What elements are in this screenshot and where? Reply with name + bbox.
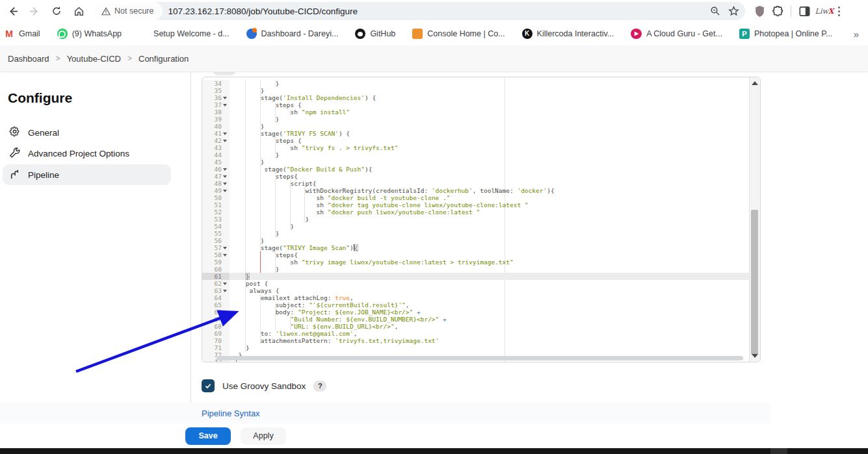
back-icon[interactable]: [3, 1, 22, 21]
line-number[interactable]: 65: [202, 301, 230, 309]
editor-horizontal-scrollbar[interactable]: [217, 356, 743, 360]
editor-vertical-scrollbar[interactable]: [749, 77, 760, 362]
code-line[interactable]: 50 sh "docker build -t youtube-clone .": [202, 194, 749, 201]
bookmark-acloudguru[interactable]: ▶A Cloud Guru - Get...: [631, 29, 722, 39]
code-line[interactable]: 59 sh "trivy image liwox/youtube-clone:l…: [202, 259, 749, 266]
breadcrumb-item-youtube-cicd[interactable]: Youtube-CICD: [67, 54, 121, 64]
side-panel-icon[interactable]: [795, 2, 813, 20]
code-line[interactable]: 51 sh "docker tag youtube-clone liwox/yo…: [202, 201, 749, 208]
code-line[interactable]: 41 stage('TRIVY FS SCAN') {: [202, 130, 749, 137]
code-line[interactable]: 66 body: "Project: ${env.JOB_NAME}<br/>"…: [202, 309, 749, 316]
fold-toggle-icon[interactable]: [222, 173, 228, 180]
groovy-sandbox-checkbox[interactable]: [202, 379, 215, 392]
line-number[interactable]: 51: [202, 201, 230, 208]
refresh-icon[interactable]: [47, 1, 66, 21]
code-line[interactable]: 61 }: [202, 273, 749, 280]
code-line[interactable]: 65 subject: "'${currentBuild.result}'",: [202, 301, 749, 309]
shield-extension-icon[interactable]: [750, 2, 769, 20]
code-line[interactable]: 37 steps {: [202, 101, 749, 108]
line-number[interactable]: 68: [202, 323, 230, 330]
code-line[interactable]: 68 "URL: ${env.BUILD_URL}<br/>",: [202, 323, 749, 330]
code-line[interactable]: 36 stage('Install Dependencies') {: [202, 94, 749, 101]
scrollbar-thumb[interactable]: [751, 210, 758, 355]
bookmark-gmail[interactable]: MGmail: [4, 29, 40, 39]
code-line[interactable]: 34 }: [202, 80, 749, 87]
code-line[interactable]: 63 always {: [202, 287, 749, 294]
line-number[interactable]: 49: [202, 187, 230, 194]
code-line[interactable]: 38 sh "npm install": [202, 108, 749, 116]
line-number[interactable]: 41: [202, 130, 230, 137]
code-area[interactable]: 34 }35 }36 stage('Install Dependencies')…: [202, 77, 749, 362]
sidebar-item-general[interactable]: General: [3, 123, 171, 142]
code-line[interactable]: 49 withDockerRegistry(credentialsId: 'do…: [202, 187, 749, 194]
bookmark-star-icon[interactable]: [724, 2, 743, 20]
line-number[interactable]: 54: [202, 223, 230, 230]
line-number[interactable]: 47: [202, 173, 230, 180]
code-line[interactable]: 70 attachmentsPattern: 'trivyfs.txt,triv…: [202, 337, 749, 344]
url-text[interactable]: 107.23.162.17:8080/job/Youtube-CICD/conf…: [168, 6, 706, 16]
code-line[interactable]: 39 }: [202, 116, 749, 123]
fold-toggle-icon[interactable]: [222, 280, 228, 287]
bookmark-whatsapp[interactable]: (9) WhatsApp: [57, 29, 122, 39]
line-number[interactable]: 40: [202, 123, 230, 130]
code-line[interactable]: 71 }: [202, 344, 749, 351]
code-line[interactable]: 58 steps{: [202, 251, 749, 259]
code-line[interactable]: 44 }: [202, 151, 749, 158]
code-line[interactable]: 35 }: [202, 87, 749, 94]
fold-toggle-icon[interactable]: [222, 101, 228, 108]
bookmark-slack[interactable]: Setup Welcome - d...: [138, 29, 230, 39]
line-number[interactable]: 70: [202, 337, 230, 344]
line-number[interactable]: 36: [202, 94, 230, 101]
scroll-down-icon[interactable]: [752, 354, 758, 358]
not-secure-chip[interactable]: Not secure: [95, 2, 163, 20]
line-number[interactable]: 42: [202, 137, 230, 144]
line-number[interactable]: 61: [202, 273, 230, 280]
line-number[interactable]: 43: [202, 144, 230, 151]
zoom-icon[interactable]: [706, 2, 724, 20]
code-line[interactable]: 64 emailext attachLog: true,: [202, 294, 749, 301]
fold-toggle-icon[interactable]: [222, 187, 228, 194]
line-number[interactable]: 52: [202, 208, 230, 216]
scroll-up-icon[interactable]: [752, 81, 758, 85]
code-lines[interactable]: 34 }35 }36 stage('Install Dependencies')…: [202, 80, 749, 362]
line-number[interactable]: 38: [202, 108, 230, 116]
line-number[interactable]: 46: [202, 166, 230, 173]
fold-toggle-icon[interactable]: [222, 180, 228, 187]
line-number[interactable]: 59: [202, 259, 230, 266]
help-badge[interactable]: ?: [313, 381, 326, 392]
code-line[interactable]: 57 stage("TRIVY Image Scan"){: [202, 244, 749, 251]
address-bar[interactable]: Not secure 107.23.162.17:8080/job/Youtub…: [95, 2, 745, 20]
bookmark-dareyio[interactable]: Dashboard - Dareyi...: [246, 29, 339, 39]
save-button[interactable]: Save: [185, 427, 231, 445]
code-line[interactable]: 53 }: [202, 216, 749, 223]
pipeline-syntax-link[interactable]: Pipeline Syntax: [202, 409, 260, 418]
line-number[interactable]: 50: [202, 194, 230, 201]
code-line[interactable]: 43 sh "trivy fs . > trivyfs.txt": [202, 144, 749, 151]
sidebar-item-pipeline[interactable]: Pipeline: [3, 164, 171, 185]
line-number[interactable]: 56: [202, 237, 230, 244]
line-number[interactable]: 60: [202, 266, 230, 273]
apply-button[interactable]: Apply: [241, 427, 286, 445]
line-number[interactable]: 69: [202, 330, 230, 337]
fold-toggle-icon[interactable]: [222, 251, 228, 259]
line-number[interactable]: 55: [202, 230, 230, 237]
menu-kebab-icon[interactable]: [835, 6, 848, 16]
code-line[interactable]: 54 }: [202, 223, 749, 230]
fold-toggle-icon[interactable]: [222, 137, 228, 144]
fold-toggle-icon[interactable]: [222, 130, 228, 137]
line-number[interactable]: 44: [202, 151, 230, 158]
line-number[interactable]: 57: [202, 244, 230, 251]
line-number[interactable]: 35: [202, 87, 230, 94]
bookmark-photopea[interactable]: PPhotopea | Online P...: [739, 29, 832, 39]
fold-toggle-icon[interactable]: [222, 287, 228, 294]
bookmark-aws[interactable]: Console Home | Co...: [412, 29, 505, 39]
code-line[interactable]: 40 }: [202, 123, 749, 130]
code-line[interactable]: 69 to: 'liwox.net@gmail.com',: [202, 330, 749, 337]
code-line[interactable]: 60 }: [202, 266, 749, 273]
code-line[interactable]: 46 stage("Docker Build & Push"){: [202, 166, 749, 173]
code-line[interactable]: 47 steps{: [202, 173, 749, 180]
code-line[interactable]: 48 script{: [202, 180, 749, 187]
bookmark-github[interactable]: GitHub: [355, 29, 395, 39]
line-number[interactable]: 45: [202, 158, 230, 166]
line-number[interactable]: 71: [202, 344, 230, 351]
